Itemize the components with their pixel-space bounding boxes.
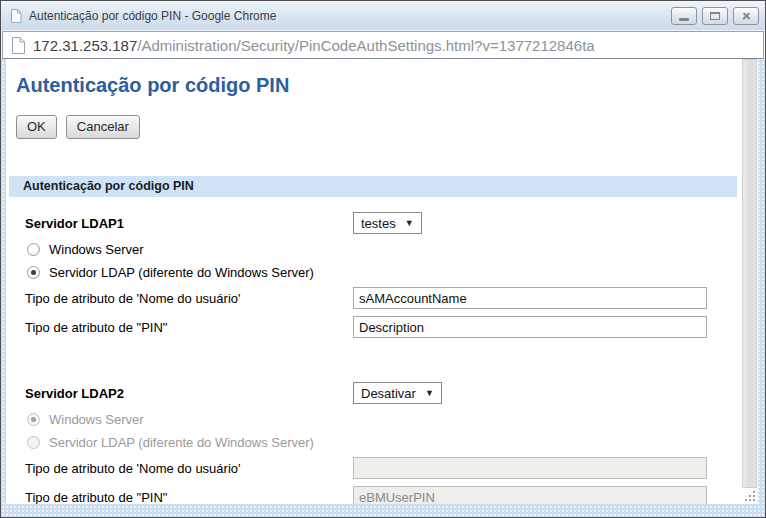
scrollbar-rail: [741, 59, 758, 504]
ldap2-pin-attr-input: [353, 486, 707, 504]
url-path: /Administration/Security/PinCodeAuthSett…: [137, 37, 594, 54]
ldap1-ldap-server-option: Servidor LDAP (diferente do Windows Serv…: [27, 265, 741, 280]
cancel-button[interactable]: Cancelar: [66, 115, 140, 139]
ldap1-windows-server-option: Windows Server: [27, 242, 741, 257]
ldap2-server-select[interactable]: Desativar ▼: [353, 382, 442, 404]
ldap2-server-select-value: Desativar: [361, 386, 416, 401]
ldap1-radio-ldap-server-label: Servidor LDAP (diferente do Windows Serv…: [49, 265, 314, 280]
ldap2-pin-attr-label: Tipo de atributo de "PIN": [25, 490, 353, 505]
chrome-popup-window: Autenticação por código PIN - Google Chr…: [0, 0, 766, 518]
ldap2-username-attr-row: Tipo de atributo de 'Nome do usuário': [6, 457, 741, 479]
ldap2-label: Servidor LDAP2: [25, 386, 353, 401]
ldap2-radio-windows-server: [27, 413, 40, 426]
ldap1-radio-windows-server[interactable]: [27, 243, 40, 256]
ldap1-radio-ldap-server[interactable]: [27, 266, 40, 279]
window-controls: [671, 7, 759, 25]
ldap2-ldap-server-option: Servidor LDAP (diferente do Windows Serv…: [27, 435, 741, 450]
close-button[interactable]: [733, 7, 759, 25]
page-content: Autenticação por código PIN OK Cancelar …: [6, 59, 741, 504]
address-bar-row: 172.31.253.187/Administration/Security/P…: [1, 30, 765, 59]
ldap1-pin-attr-label: Tipo de atributo de "PIN": [25, 320, 353, 335]
ldap2-radio-windows-server-label: Windows Server: [49, 412, 144, 427]
address-bar[interactable]: 172.31.253.187/Administration/Security/P…: [2, 31, 764, 59]
ldap2-server-row: Servidor LDAP2 Desativar ▼: [6, 382, 741, 404]
viewport: Autenticação por código PIN OK Cancelar …: [6, 59, 758, 504]
ldap1-username-attr-row: Tipo de atributo de 'Nome do usuário': [6, 287, 741, 309]
chevron-down-icon: ▼: [405, 218, 414, 228]
maximize-button[interactable]: [702, 7, 728, 25]
ldap1-username-attr-label: Tipo de atributo de 'Nome do usuário': [25, 291, 353, 306]
ldap1-username-attr-input[interactable]: [353, 287, 707, 309]
page-icon: [11, 37, 25, 54]
resize-grip[interactable]: [743, 489, 757, 503]
window-titlebar: Autenticação por código PIN - Google Chr…: [1, 1, 765, 30]
page-title: Autenticação por código PIN: [16, 73, 741, 97]
minimize-button[interactable]: [671, 7, 697, 25]
url-host: 172.31.253.187: [33, 37, 137, 54]
minimize-icon: [679, 18, 689, 21]
ldap1-server-select[interactable]: testes ▼: [353, 212, 422, 234]
ldap2-pin-attr-row: Tipo de atributo de "PIN": [6, 486, 741, 504]
ldap1-server-row: Servidor LDAP1 testes ▼: [6, 212, 741, 234]
ldap2-radio-ldap-server: [27, 436, 40, 449]
ok-button[interactable]: OK: [16, 115, 57, 139]
ldap1-radio-windows-server-label: Windows Server: [49, 242, 144, 257]
ldap1-pin-attr-row: Tipo de atributo de "PIN": [6, 316, 741, 338]
chevron-down-icon: ▼: [425, 388, 434, 398]
ldap1-pin-attr-input[interactable]: [353, 316, 707, 338]
ldap2-username-attr-input: [353, 457, 707, 479]
ldap1-label: Servidor LDAP1: [25, 216, 353, 231]
close-icon: [741, 10, 752, 21]
ldap1-server-select-value: testes: [361, 216, 396, 231]
page-icon: [10, 9, 22, 23]
section-header: Autenticação por código PIN: [9, 176, 737, 197]
url-text: 172.31.253.187/Administration/Security/P…: [33, 37, 595, 54]
ldap2-username-attr-label: Tipo de atributo de 'Nome do usuário': [25, 461, 353, 476]
ldap2-windows-server-option: Windows Server: [27, 412, 741, 427]
window-title: Autenticação por código PIN - Google Chr…: [29, 9, 671, 23]
scrollbar-thumb[interactable]: [742, 59, 757, 488]
action-button-row: OK Cancelar: [16, 115, 741, 139]
ldap2-radio-ldap-server-label: Servidor LDAP (diferente do Windows Serv…: [49, 435, 314, 450]
maximize-icon: [710, 12, 720, 20]
